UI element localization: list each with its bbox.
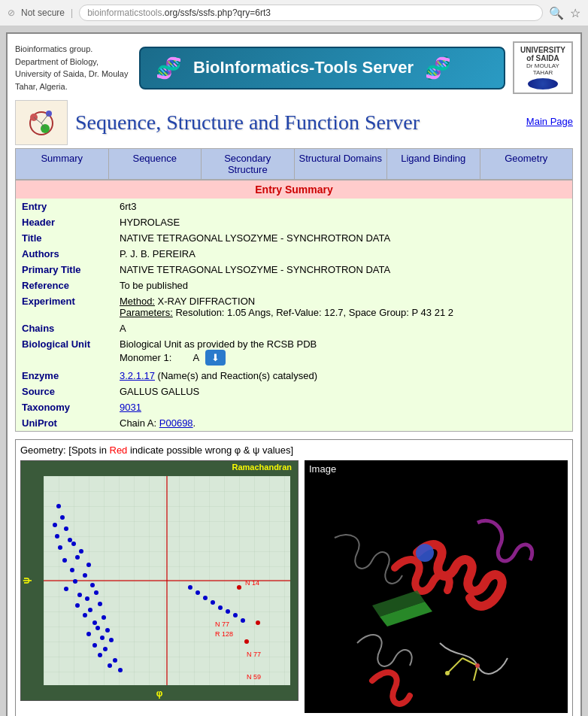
monomer-label: Monomer 1: <box>120 352 171 363</box>
url-text: bioinformaticstools.org/ssfs/ssfs.php?qr… <box>87 8 271 18</box>
svg-point-14 <box>55 534 59 539</box>
main-page-row: Main Page <box>526 116 573 127</box>
svg-point-25 <box>90 583 95 587</box>
method-label: Method: <box>120 296 155 307</box>
svg-line-5 <box>41 114 49 123</box>
site-header: Bioinformatics group. Department of Biol… <box>15 41 573 94</box>
svg-point-23 <box>83 573 87 578</box>
svg-point-18 <box>79 549 83 554</box>
label-primary-title: Primary Title <box>16 262 114 278</box>
table-row: Enzyme 3.2.1.17 (Name(s) and Reaction(s)… <box>16 368 572 384</box>
image-panel-title: Image <box>305 460 568 478</box>
svg-point-31 <box>75 603 80 608</box>
url-bar[interactable]: bioinformaticstools.org/ssfs/ssfs.php?qr… <box>79 5 543 21</box>
svg-point-37 <box>105 628 110 633</box>
geometry-header: Geometry: [Spots in Red indicate possibl… <box>20 444 568 456</box>
value-enzyme: 3.2.1.17 (Name(s) and Reaction(s) cataly… <box>114 368 572 384</box>
value-uniprot: Chain A: P00698. <box>114 415 572 431</box>
label-reference: Reference <box>16 278 114 293</box>
ramachandran-container: Ramachandran ψ φ <box>20 460 299 701</box>
enzyme-link[interactable]: 3.2.1.17 <box>120 370 155 381</box>
value-taxonomy: 9031 <box>114 399 572 415</box>
value-header: HYDROLASE <box>114 214 572 230</box>
svg-point-53 <box>233 613 238 617</box>
label-authors: Authors <box>16 246 114 262</box>
tab-ligand-binding[interactable]: Ligand Binding <box>387 149 480 179</box>
search-icon[interactable]: 🔍 <box>549 6 564 20</box>
rama-title: Ramachandran <box>232 463 292 472</box>
svg-point-63 <box>416 544 434 562</box>
svg-point-42 <box>103 647 108 651</box>
rama-inner: N 14 N 77 R 128 N 77 N 59 <box>44 476 290 685</box>
svg-point-35 <box>92 620 97 625</box>
svg-point-51 <box>218 605 223 610</box>
protein-thumbnail <box>15 100 68 145</box>
value-reference: To be published <box>114 278 572 293</box>
svg-point-44 <box>113 658 117 663</box>
uniprot-link[interactable]: P00698 <box>159 417 193 429</box>
table-row: Source GALLUS GALLUS <box>16 384 572 399</box>
table-row: Authors P. J. B. PEREIRA <box>16 246 572 262</box>
university-logo: UNIVERSITY of SAIDA Dr MOULAY TAHAR <box>513 41 573 94</box>
params-row: Parameters: Resolution: 1.05 Angs, Ref-V… <box>120 307 566 318</box>
download-button[interactable]: ⬇ <box>205 350 226 366</box>
svg-point-45 <box>108 663 112 668</box>
table-row: Primary Title NATIVE TETRAGONAL LYSOZYME… <box>16 262 572 278</box>
image-panel: Image <box>305 460 568 713</box>
uniprot-prefix: Chain A: <box>120 417 159 429</box>
table-row: Experiment Method: X-RAY DIFFRACTION Par… <box>16 293 572 320</box>
uni-seal <box>528 78 558 90</box>
svg-point-28 <box>94 590 99 595</box>
tab-geometry[interactable]: Geometry <box>480 149 573 179</box>
nav-tabs: Summary Sequence Secondary Structure Str… <box>15 148 573 180</box>
entry-table: Entry 6rt3 Header HYDROLASE Title NATIVE… <box>16 199 572 431</box>
table-row: Title NATIVE TETRAGONAL LYSOZYME - SYNCH… <box>16 230 572 246</box>
not-secure-text: Not secure <box>21 8 65 18</box>
svg-point-19 <box>75 555 80 560</box>
svg-point-24 <box>73 579 77 584</box>
value-entry: 6rt3 <box>114 199 572 214</box>
svg-text:N 77: N 77 <box>247 651 261 658</box>
dna-icon-right: 🧬 <box>425 56 451 80</box>
main-page-link[interactable]: Main Page <box>526 116 573 127</box>
svg-point-27 <box>77 593 82 597</box>
entry-section: Entry Summary Entry 6rt3 Header HYDROLAS… <box>15 180 573 432</box>
value-primary-title: NATIVE TETRAGONAL LYSOZYME - SYNCHROTRON… <box>114 262 572 278</box>
red-text: Red <box>110 444 128 456</box>
svg-point-15 <box>68 538 72 542</box>
dna-icon-left: 🧬 <box>156 56 182 80</box>
svg-point-20 <box>62 558 67 563</box>
entry-title: Entry Summary <box>16 181 572 199</box>
bookmark-icon[interactable]: ☆ <box>570 6 580 20</box>
thumbnail-svg <box>19 102 64 144</box>
label-title: Title <box>16 230 114 246</box>
geometry-body: Ramachandran ψ φ <box>20 460 568 713</box>
uni-line3: Dr MOULAY TAHAR <box>517 62 568 76</box>
svg-point-32 <box>88 608 92 612</box>
svg-point-52 <box>226 609 230 614</box>
protein-structure-svg <box>305 478 568 711</box>
uni-line1: UNIVERSITY <box>520 46 565 54</box>
tab-summary[interactable]: Summary <box>16 149 109 179</box>
svg-point-13 <box>64 526 68 531</box>
tab-structural-domains[interactable]: Structural Domains <box>295 149 388 179</box>
label-header: Header <box>16 214 114 230</box>
uniprot-suffix: . <box>193 417 196 429</box>
value-bio-unit: Biological Unit as provided by the RCSB … <box>114 336 572 368</box>
svg-point-46 <box>118 668 123 672</box>
svg-point-17 <box>58 545 62 550</box>
page-title-area: Sequence, Structure and Function Server <box>75 111 519 135</box>
svg-point-67 <box>445 671 450 675</box>
svg-point-16 <box>71 542 76 546</box>
taxonomy-link[interactable]: 9031 <box>120 402 141 413</box>
svg-point-48 <box>195 590 200 595</box>
header-banner: 🧬 BioInformatics-Tools Server 🧬 <box>139 47 505 90</box>
tab-sequence[interactable]: Sequence <box>109 149 202 179</box>
tab-secondary-structure[interactable]: Secondary Structure <box>202 149 295 179</box>
svg-point-39 <box>100 636 105 640</box>
label-enzyme: Enzyme <box>16 368 114 384</box>
svg-point-26 <box>64 587 68 591</box>
table-row: Biological Unit Biological Unit as provi… <box>16 336 572 368</box>
value-chains: A <box>114 320 572 336</box>
svg-point-56 <box>256 620 260 625</box>
